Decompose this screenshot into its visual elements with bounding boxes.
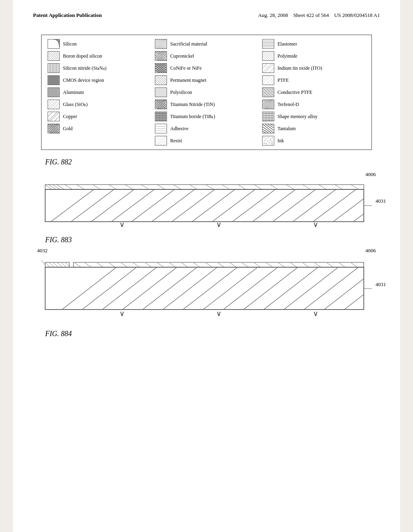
svg-rect-0 — [48, 39, 59, 48]
legend-item-sacrificial: Sacrificial material — [155, 39, 258, 49]
svg-rect-99 — [48, 88, 59, 97]
label-conductive-ptfe: Conductive PTFE — [277, 89, 312, 96]
legend-item-adhesive: Adhesive — [155, 124, 258, 133]
figure-882-label: FIG. 882 — [45, 158, 380, 166]
swatch-titanium-boride — [155, 112, 167, 121]
legend-item-conductive-ptfe: Conductive PTFE — [262, 87, 365, 97]
swatch-polysilicon — [155, 87, 167, 97]
figure-883-label: FIG. 883 — [45, 236, 380, 244]
label-sacrificial: Sacrificial material — [170, 41, 207, 47]
legend-item-gold: Gold — [48, 124, 151, 133]
swatch-cmos — [48, 75, 60, 85]
legend-item-silicon-nitride: Silicon nitride (Si₃N₄) — [48, 63, 151, 73]
svg-rect-255 — [45, 189, 364, 222]
swatch-terfenol — [262, 100, 274, 109]
label-glass: Glass (SiO₂) — [63, 102, 88, 108]
swatch-silicon-nitride — [48, 63, 60, 73]
svg-text:∨: ∨ — [216, 220, 221, 229]
header-info: Aug. 28, 2008 Sheet 422 of 564 US 2008/0… — [258, 12, 380, 19]
swatch-conductive-ptfe — [262, 87, 274, 97]
swatch-resist — [155, 136, 167, 145]
label-ptfe: PTFE — [277, 77, 289, 83]
legend-item-titanium-boride: Titanium boride (TiB₂) — [155, 112, 258, 121]
label-polysilicon: Polysilicon — [170, 89, 192, 96]
label-elastomer: Elastomer — [277, 41, 297, 47]
svg-rect-223 — [269, 140, 271, 141]
label-aluminum: Aluminum — [63, 89, 84, 96]
svg-text:∨: ∨ — [216, 310, 221, 318]
svg-line-254 — [364, 183, 368, 186]
svg-rect-75 — [263, 64, 274, 73]
legend-item-terfenol: Terfenol-D — [262, 100, 365, 109]
swatch-titanium-nitride — [155, 100, 167, 109]
svg-rect-227 — [269, 142, 270, 143]
page-header: Patent Application Publication Aug. 28, … — [33, 12, 380, 19]
label-titanium-nitride: Titanium Nitride (TiN) — [170, 102, 215, 108]
legend-item-tantalum: Tantalum — [262, 124, 365, 133]
label-conife: CoNiFe or NiFe — [170, 65, 202, 71]
label-tantalum: Tantalum — [277, 126, 296, 132]
svg-rect-82 — [48, 76, 59, 85]
legend-item-boron: Boron doped silicon — [48, 51, 151, 61]
legend-box: Silicon — [41, 35, 372, 150]
svg-rect-216 — [263, 137, 265, 138]
figure-884-label: FIG. 884 — [45, 330, 380, 338]
svg-rect-221 — [264, 140, 266, 141]
svg-text:∨: ∨ — [313, 220, 318, 229]
legend-item-elastomer: Elastomer — [262, 39, 365, 49]
label-permanent-magnet: Permanent magnet — [170, 77, 206, 83]
header-patent: US 2008/0204518 A1 — [334, 12, 380, 18]
svg-rect-218 — [268, 137, 269, 138]
label-gold: Gold — [63, 126, 73, 132]
figure-884-svg: ∨ ∨ ∨ — [41, 256, 372, 325]
ref-4032: 4032 — [37, 247, 48, 254]
legend-item-silicon: Silicon — [48, 39, 151, 49]
svg-line-336 — [364, 256, 372, 325]
header-sheet: Sheet 422 of 564 — [293, 12, 329, 18]
svg-rect-229 — [45, 185, 364, 189]
svg-line-341 — [41, 260, 45, 265]
swatch-ink — [262, 136, 274, 145]
swatch-elastomer — [262, 39, 274, 49]
legend-item-ink: Ink — [262, 136, 365, 145]
label-ito: Indium tin oxide (ITO) — [277, 65, 322, 71]
legend-item-polysilicon: Polysilicon — [155, 87, 258, 97]
legend-item-ptfe: PTFE — [262, 75, 365, 85]
svg-rect-49 — [263, 52, 274, 60]
swatch-polyimide — [262, 51, 274, 61]
swatch-boron — [48, 51, 60, 61]
label-silicon-nitride: Silicon nitride (Si₃N₄) — [63, 65, 106, 71]
legend-item-conife: CoNiFe or NiFe — [155, 63, 258, 73]
legend-item-titanium-nitride: Titanium Nitride (TiN) — [155, 100, 258, 109]
svg-rect-220 — [272, 137, 273, 139]
legend-item-ito: Indium tin oxide (ITO) — [262, 63, 365, 73]
svg-rect-222 — [267, 141, 268, 142]
figure-883-svg: ∨ ∨ ∨ — [41, 179, 372, 231]
swatch-ptfe — [262, 75, 274, 85]
legend-item-polyimide: Polyimide — [262, 51, 365, 61]
figure-884-section: 4032 4006 — [33, 256, 380, 338]
header-publication: Patent Application Publication — [33, 12, 102, 19]
ref-4006-fig884: 4006 — [365, 247, 376, 254]
legend-item-permanent-magnet: Permanent magnet — [155, 75, 258, 85]
ref-4031-fig883: 4031 — [375, 198, 386, 204]
swatch-sacrificial — [155, 39, 167, 49]
swatch-cupronickel — [155, 51, 167, 61]
swatch-copper — [48, 112, 60, 121]
legend-item-glass: Glass (SiO₂) — [48, 100, 151, 109]
label-ink: Ink — [277, 138, 284, 144]
svg-rect-224 — [271, 141, 273, 143]
figure-883-section: 4006 — [33, 179, 380, 244]
header-date: Aug. 28, 2008 — [258, 12, 288, 18]
swatch-aluminum — [48, 87, 60, 97]
swatch-gold — [48, 124, 60, 133]
label-shape-memory: Shape memory alloy — [277, 114, 317, 120]
legend-grid: Silicon — [48, 39, 365, 145]
legend-item-cmos: CMOS device region — [48, 75, 151, 85]
svg-rect-226 — [266, 143, 267, 145]
svg-rect-217 — [266, 138, 267, 140]
page: Patent Application Publication Aug. 28, … — [13, 0, 400, 532]
svg-rect-29 — [48, 52, 59, 60]
label-adhesive: Adhesive — [170, 126, 188, 132]
svg-text:∨: ∨ — [119, 310, 125, 318]
